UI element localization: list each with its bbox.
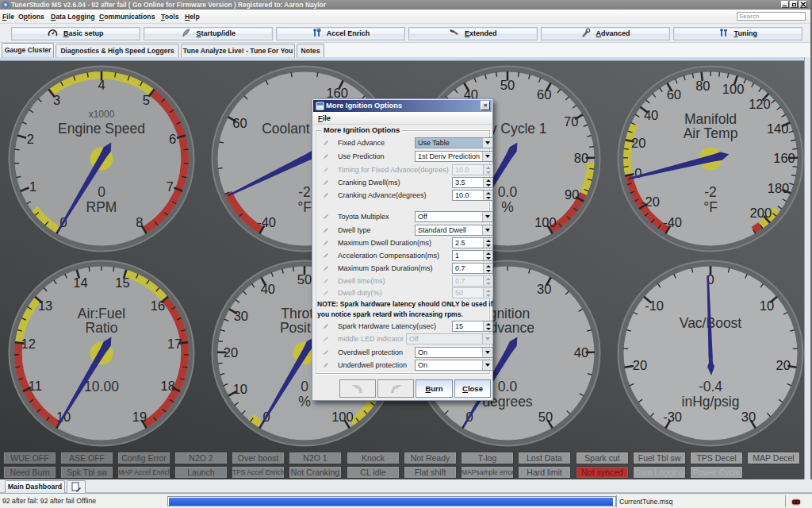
svg-text:0: 0 xyxy=(301,379,308,394)
svg-text:60: 60 xyxy=(667,87,681,102)
svg-text:x1000: x1000 xyxy=(89,109,115,120)
svg-text:40: 40 xyxy=(574,345,588,360)
svg-text:°F: °F xyxy=(297,199,312,215)
svg-text:30: 30 xyxy=(234,309,248,323)
svg-text:140: 140 xyxy=(767,121,789,136)
svg-text:Engine Speed: Engine Speed xyxy=(58,121,145,137)
svg-text:60: 60 xyxy=(232,116,247,130)
svg-text:-40: -40 xyxy=(257,215,276,229)
svg-text:14: 14 xyxy=(73,275,87,290)
svg-text:10.00: 10.00 xyxy=(84,379,119,394)
svg-text:5: 5 xyxy=(143,93,150,107)
svg-text:30: 30 xyxy=(537,282,551,296)
svg-text:0.0: 0.0 xyxy=(498,379,518,394)
svg-text:15: 15 xyxy=(115,275,129,290)
svg-text:10: 10 xyxy=(760,298,774,313)
svg-text:°F: °F xyxy=(703,199,718,215)
svg-text:0: 0 xyxy=(98,184,105,200)
svg-text:50: 50 xyxy=(297,272,312,287)
svg-text:160: 160 xyxy=(773,151,795,165)
svg-text:-40: -40 xyxy=(663,215,682,229)
svg-text:40: 40 xyxy=(644,108,658,122)
svg-text:Manifold: Manifold xyxy=(684,111,737,127)
svg-text:70: 70 xyxy=(564,114,578,129)
svg-text:-0.4: -0.4 xyxy=(699,379,722,394)
svg-text:8: 8 xyxy=(136,215,143,229)
svg-text:16: 16 xyxy=(151,298,165,313)
svg-text:50: 50 xyxy=(538,410,553,424)
svg-text:Air Temp: Air Temp xyxy=(684,125,738,141)
svg-text:RPM: RPM xyxy=(86,199,117,215)
svg-text:inHg/psig: inHg/psig xyxy=(682,394,740,410)
svg-text:100: 100 xyxy=(722,82,745,96)
svg-text:30: 30 xyxy=(741,410,756,424)
svg-text:20: 20 xyxy=(224,345,238,360)
svg-text:17: 17 xyxy=(167,337,182,351)
svg-text:60: 60 xyxy=(537,87,551,102)
svg-text:1: 1 xyxy=(29,179,36,194)
svg-text:80: 80 xyxy=(574,151,588,165)
svg-text:-30: -30 xyxy=(663,410,682,424)
svg-text:4: 4 xyxy=(98,78,105,92)
svg-text:-20: -20 xyxy=(628,358,647,372)
svg-text:19: 19 xyxy=(132,410,147,424)
svg-text:0: 0 xyxy=(634,166,642,180)
svg-text:11: 11 xyxy=(29,379,42,393)
svg-text:80: 80 xyxy=(695,79,710,93)
svg-text:13: 13 xyxy=(38,298,52,313)
svg-text:%: % xyxy=(501,199,514,215)
svg-text:-2: -2 xyxy=(298,184,311,200)
svg-text:100: 100 xyxy=(331,410,354,424)
svg-text:-20: -20 xyxy=(641,194,660,209)
svg-text:3: 3 xyxy=(53,93,60,107)
svg-text:-10: -10 xyxy=(645,298,664,313)
svg-text:20: 20 xyxy=(631,136,645,150)
svg-text:40: 40 xyxy=(261,282,275,296)
svg-text:-2: -2 xyxy=(704,184,717,200)
svg-text:120: 120 xyxy=(749,97,771,111)
svg-text:12: 12 xyxy=(21,337,36,351)
svg-text:%: % xyxy=(298,394,311,410)
svg-text:10: 10 xyxy=(233,382,247,396)
svg-text:200: 200 xyxy=(750,206,772,220)
svg-text:0.0: 0.0 xyxy=(498,184,518,200)
svg-text:50: 50 xyxy=(500,78,515,92)
svg-text:6: 6 xyxy=(169,132,176,146)
svg-text:Air:Fuel: Air:Fuel xyxy=(78,306,125,321)
svg-text:7: 7 xyxy=(167,179,174,194)
svg-text:Ratio: Ratio xyxy=(86,320,118,336)
svg-text:180: 180 xyxy=(768,181,790,195)
svg-text:100: 100 xyxy=(534,215,557,229)
svg-text:18: 18 xyxy=(161,379,175,393)
svg-text:2: 2 xyxy=(27,132,34,146)
svg-text:20: 20 xyxy=(776,358,791,372)
svg-text:160: 160 xyxy=(326,86,348,100)
svg-text:90: 90 xyxy=(565,187,579,202)
